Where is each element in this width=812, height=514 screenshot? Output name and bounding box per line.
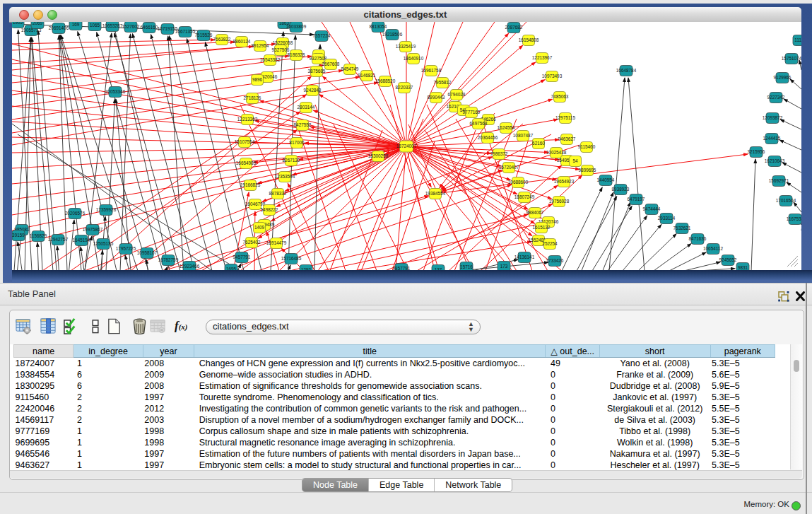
svg-text:20206576: 20206576 <box>65 211 86 216</box>
svg-text:12213967: 12213967 <box>532 55 553 60</box>
svg-text:62160: 62160 <box>532 141 545 146</box>
svg-text:15716485: 15716485 <box>281 256 302 261</box>
svg-text:6794028: 6794028 <box>448 92 466 97</box>
svg-text:8454749: 8454749 <box>341 66 359 71</box>
svg-text:10807487: 10807487 <box>513 133 534 138</box>
svg-text:8912954: 8912954 <box>252 43 269 48</box>
svg-text:16914479: 16914479 <box>266 240 287 245</box>
svg-text:2667608: 2667608 <box>322 62 340 66</box>
svg-text:2718126: 2718126 <box>244 95 261 100</box>
svg-text:12353594: 12353594 <box>275 174 295 179</box>
svg-text:19166825: 19166825 <box>240 182 261 187</box>
svg-text:9884067: 9884067 <box>526 210 544 215</box>
svg-text:8220337: 8220337 <box>396 85 413 90</box>
svg-text:10688609: 10688609 <box>508 180 529 185</box>
svg-text:19384554: 19384554 <box>425 191 446 196</box>
svg-text:1695: 1695 <box>226 267 237 270</box>
svg-text:137: 137 <box>435 267 442 270</box>
svg-text:15720407: 15720407 <box>499 165 519 170</box>
svg-text:10654112: 10654112 <box>703 246 723 251</box>
svg-text:39159: 39159 <box>12 233 25 238</box>
svg-text:17016504: 17016504 <box>776 198 796 203</box>
svg-text:6479197: 6479197 <box>628 197 645 201</box>
svg-text:9457791: 9457791 <box>233 255 251 259</box>
svg-text:1615132: 1615132 <box>533 225 551 230</box>
svg-text:8878332: 8878332 <box>269 191 287 196</box>
svg-text:7955812: 7955812 <box>434 80 452 85</box>
svg-text:18724007: 18724007 <box>396 144 417 148</box>
svg-text:1645194: 1645194 <box>73 238 90 243</box>
svg-text:12505135: 12505135 <box>93 241 114 246</box>
svg-text:7515526: 7515526 <box>195 33 213 37</box>
svg-text:12213363: 12213363 <box>237 117 258 122</box>
svg-text:10653287: 10653287 <box>102 23 123 28</box>
svg-text:54: 54 <box>572 158 578 163</box>
svg-text:9831: 9831 <box>738 265 748 270</box>
svg-text:18807249: 18807249 <box>514 194 535 199</box>
svg-text:1112: 1112 <box>794 37 801 42</box>
svg-text:252254: 252254 <box>542 241 558 246</box>
svg-text:8860124: 8860124 <box>233 39 251 44</box>
svg-text:16046798: 16046798 <box>245 201 266 206</box>
svg-text:7357224: 7357224 <box>313 33 331 38</box>
svg-text:14136141: 14136141 <box>514 255 535 259</box>
svg-text:16107554: 16107554 <box>235 139 255 144</box>
svg-text:8813054: 8813054 <box>370 24 387 29</box>
svg-text:20691406: 20691406 <box>49 25 69 30</box>
svg-text:5498222: 5498222 <box>261 207 278 212</box>
svg-text:17359928: 17359928 <box>96 207 117 212</box>
svg-text:16671355: 16671355 <box>175 29 196 34</box>
svg-text:15716: 15716 <box>460 264 473 269</box>
svg-text:1156829: 1156829 <box>30 233 47 238</box>
svg-text:9115460: 9115460 <box>578 144 596 149</box>
svg-text:18300295: 18300295 <box>368 153 389 158</box>
svg-text:16210643: 16210643 <box>765 158 785 163</box>
svg-text:15688520: 15688520 <box>375 78 396 83</box>
svg-text:8938923: 8938923 <box>612 187 630 192</box>
svg-text:10025438: 10025438 <box>546 150 567 155</box>
svg-text:169: 169 <box>72 22 80 27</box>
svg-text:1624554: 1624554 <box>498 125 515 130</box>
svg-text:12942757: 12942757 <box>48 237 69 242</box>
svg-text:817006: 817006 <box>289 140 305 145</box>
svg-text:2069: 2069 <box>33 22 43 25</box>
svg-text:10973493: 10973493 <box>542 74 563 78</box>
svg-text:20364456: 20364456 <box>478 135 498 140</box>
svg-text:6497568: 6497568 <box>470 121 488 126</box>
svg-text:19654923: 19654923 <box>554 179 575 184</box>
svg-text:15692971: 15692971 <box>769 178 789 183</box>
svg-text:7663822: 7663822 <box>213 37 231 42</box>
svg-text:9227342: 9227342 <box>767 95 785 100</box>
svg-text:12975115: 12975115 <box>555 115 575 120</box>
svg-text:16543382: 16543382 <box>260 57 281 62</box>
svg-text:20053346: 20053346 <box>105 89 126 94</box>
svg-text:9129966: 9129966 <box>774 75 792 80</box>
svg-text:8186328: 8186328 <box>288 52 305 57</box>
svg-text:7625402: 7625402 <box>243 240 261 245</box>
svg-text:9245652: 9245652 <box>719 257 737 262</box>
svg-text:7632621: 7632621 <box>673 226 691 230</box>
svg-text:9899695: 9899695 <box>579 168 596 173</box>
svg-text:1167534: 1167534 <box>787 216 801 221</box>
svg-text:16648784: 16648784 <box>616 68 637 73</box>
svg-text:8427552: 8427552 <box>294 122 312 127</box>
svg-text:2803144: 2803144 <box>298 105 315 110</box>
svg-text:19756928: 19756928 <box>549 199 570 204</box>
svg-text:12093872: 12093872 <box>763 115 783 120</box>
svg-text:6466160: 6466160 <box>141 25 158 30</box>
svg-text:10958107: 10958107 <box>137 250 158 255</box>
svg-text:8990443: 8990443 <box>428 95 445 100</box>
svg-text:1065: 1065 <box>90 23 100 28</box>
svg-text:9777169: 9777169 <box>463 110 481 115</box>
svg-text:16033809: 16033809 <box>286 24 307 29</box>
svg-text:173: 173 <box>500 264 508 269</box>
svg-text:13325419: 13325419 <box>396 44 416 49</box>
svg-text:9463627: 9463627 <box>558 136 576 141</box>
svg-text:8267130: 8267130 <box>283 158 300 163</box>
svg-text:9242848: 9242848 <box>304 88 322 93</box>
svg-text:16961758: 16961758 <box>421 68 442 73</box>
svg-text:17957225: 17957225 <box>116 246 136 251</box>
svg-text:15751074: 15751074 <box>782 56 801 61</box>
svg-text:19975867: 19975867 <box>83 227 103 232</box>
svg-text:9857791: 9857791 <box>393 266 411 270</box>
